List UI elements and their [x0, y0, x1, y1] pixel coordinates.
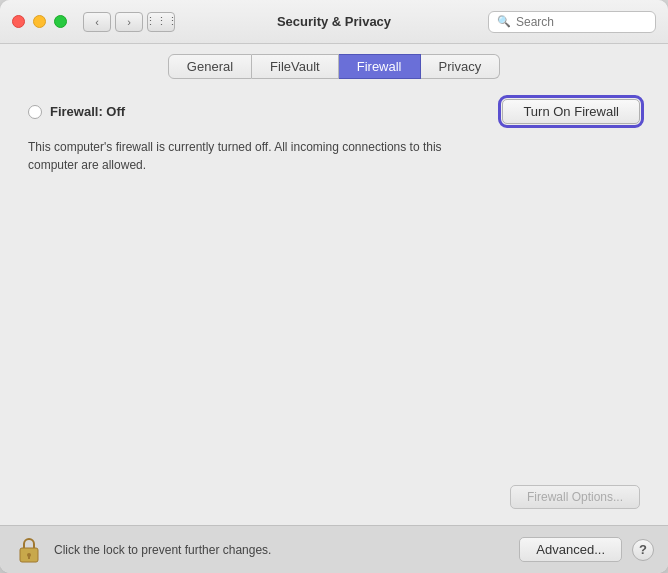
chevron-right-icon: ›	[127, 16, 131, 28]
firewall-options-button: Firewall Options...	[510, 485, 640, 509]
nav-buttons: ‹ ›	[83, 12, 143, 32]
turn-on-firewall-button[interactable]: Turn On Firewall	[502, 99, 640, 124]
search-box[interactable]: 🔍	[488, 11, 656, 33]
tab-general[interactable]: General	[168, 54, 252, 79]
advanced-button[interactable]: Advanced...	[519, 537, 622, 562]
search-input[interactable]	[516, 15, 647, 29]
titlebar: ‹ › ⋮⋮⋮ Security & Privacy 🔍	[0, 0, 668, 44]
content-area: Firewall: Off Turn On Firewall This comp…	[0, 79, 668, 525]
lock-icon-container[interactable]	[14, 533, 44, 567]
bottom-bar: Click the lock to prevent further change…	[0, 525, 668, 573]
traffic-lights	[12, 15, 67, 28]
firewall-description: This computer's firewall is currently tu…	[28, 138, 468, 174]
lock-text: Click the lock to prevent further change…	[54, 543, 519, 557]
window-title: Security & Privacy	[277, 14, 391, 29]
firewall-status-label: Firewall: Off	[50, 104, 125, 119]
chevron-left-icon: ‹	[95, 16, 99, 28]
tab-filevault[interactable]: FileVault	[252, 54, 339, 79]
minimize-button[interactable]	[33, 15, 46, 28]
lock-icon	[17, 536, 41, 564]
search-icon: 🔍	[497, 15, 511, 28]
maximize-button[interactable]	[54, 15, 67, 28]
firewall-options-row: Firewall Options...	[28, 485, 640, 509]
firewall-status: Firewall: Off	[28, 104, 125, 119]
tab-firewall[interactable]: Firewall	[339, 54, 421, 79]
tabs-bar: General FileVault Firewall Privacy	[0, 44, 668, 79]
forward-button[interactable]: ›	[115, 12, 143, 32]
grid-button[interactable]: ⋮⋮⋮	[147, 12, 175, 32]
firewall-radio[interactable]	[28, 105, 42, 119]
svg-rect-2	[28, 555, 30, 559]
close-button[interactable]	[12, 15, 25, 28]
firewall-header: Firewall: Off Turn On Firewall	[28, 99, 640, 124]
back-button[interactable]: ‹	[83, 12, 111, 32]
tab-privacy[interactable]: Privacy	[421, 54, 501, 79]
help-button[interactable]: ?	[632, 539, 654, 561]
window: ‹ › ⋮⋮⋮ Security & Privacy 🔍 General Fil…	[0, 0, 668, 573]
grid-icon: ⋮⋮⋮	[145, 15, 178, 28]
